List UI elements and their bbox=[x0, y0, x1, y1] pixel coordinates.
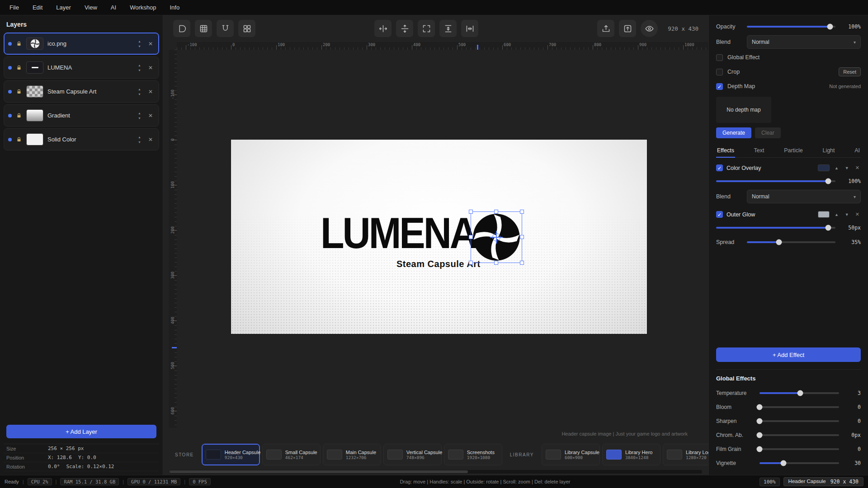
film-grain-slider[interactable] bbox=[760, 448, 839, 450]
bloom-slider[interactable] bbox=[760, 406, 839, 408]
layer-move-up-icon[interactable]: ▲ bbox=[137, 87, 142, 91]
template-library-hero[interactable]: Library Hero 3840×1248 bbox=[602, 444, 660, 465]
tab-particle[interactable]: Particle bbox=[783, 145, 804, 157]
sharpen-slider[interactable] bbox=[760, 420, 839, 422]
effect-amount-slider[interactable] bbox=[716, 227, 835, 229]
layer-move-down-icon[interactable]: ▼ bbox=[137, 116, 142, 120]
resize-handle-w[interactable] bbox=[469, 235, 473, 239]
layer-delete-icon[interactable]: ✕ bbox=[146, 112, 155, 120]
menu-edit[interactable]: Edit bbox=[26, 0, 49, 15]
mask-tool-icon[interactable] bbox=[173, 20, 190, 37]
layer-visibility-dot[interactable] bbox=[8, 42, 12, 46]
resize-handle-s[interactable] bbox=[494, 261, 498, 265]
layer-move-up-icon[interactable]: ▲ bbox=[137, 63, 142, 67]
template-vertical-capsule[interactable]: Vertical Capsule 748×896 bbox=[383, 444, 442, 465]
scrollbar-thumb[interactable] bbox=[170, 470, 468, 473]
resize-handle-sw[interactable] bbox=[469, 261, 473, 265]
layer-lock-toggle[interactable] bbox=[16, 41, 22, 47]
menu-ai[interactable]: AI bbox=[104, 0, 123, 15]
spread-slider[interactable] bbox=[747, 241, 835, 243]
upload-icon[interactable] bbox=[619, 20, 636, 37]
template-header-capsule[interactable]: Header Capsule 920×430 bbox=[202, 444, 260, 465]
menu-workshop[interactable]: Workshop bbox=[123, 0, 163, 15]
layer-lock-toggle[interactable] bbox=[16, 137, 22, 142]
temperature-slider[interactable] bbox=[760, 392, 839, 394]
move-effect-down-icon[interactable]: ▼ bbox=[844, 165, 850, 171]
resize-handle-ne[interactable] bbox=[520, 210, 524, 214]
move-effect-up-icon[interactable]: ▲ bbox=[833, 165, 840, 171]
layer-move-up-icon[interactable]: ▲ bbox=[137, 111, 142, 115]
artwork-canvas[interactable]: LUMENA Steam Capsule Art bbox=[231, 140, 647, 334]
canvas-subtitle-text[interactable]: Steam Capsule Art bbox=[396, 259, 481, 269]
snap-magnet-icon[interactable] bbox=[217, 20, 234, 37]
align-vertical-center-icon[interactable] bbox=[396, 20, 413, 37]
menu-file[interactable]: File bbox=[3, 0, 26, 15]
remove-effect-icon[interactable]: ✕ bbox=[854, 211, 861, 218]
resize-handle-se[interactable] bbox=[520, 261, 524, 265]
layer-move-down-icon[interactable]: ▼ bbox=[137, 140, 142, 144]
color-swatch[interactable] bbox=[818, 164, 830, 171]
zoom-level[interactable]: 100% bbox=[760, 478, 780, 486]
layer-move-down-icon[interactable]: ▼ bbox=[137, 68, 142, 72]
visibility-eye-icon[interactable] bbox=[641, 20, 658, 37]
template-library-logo[interactable]: Library Logo 1280×720 bbox=[663, 444, 708, 465]
crop-checkbox[interactable] bbox=[716, 69, 723, 75]
template-small-capsule[interactable]: Small Capsule 462×174 bbox=[262, 444, 321, 465]
distribute-horizontal-icon[interactable] bbox=[461, 20, 478, 37]
effect-enabled-checkbox[interactable] bbox=[716, 211, 723, 218]
template-screenshots[interactable]: Screenshots 868×488 bbox=[444, 444, 502, 465]
resize-handle-n[interactable] bbox=[494, 210, 498, 214]
layer-delete-icon[interactable]: ✕ bbox=[146, 88, 155, 96]
canvas-title-text[interactable]: LUMENA bbox=[321, 211, 476, 254]
layer-row-gradient[interactable]: Gradient ▲ ▼ ✕ bbox=[4, 104, 159, 127]
vertical-ruler[interactable]: -1000100200300400500600 bbox=[169, 50, 177, 428]
menu-info[interactable]: Info bbox=[163, 0, 186, 15]
effect-enabled-checkbox[interactable] bbox=[716, 164, 723, 171]
template-library-capsule[interactable]: Library Capsule 600×900 bbox=[542, 444, 600, 465]
layer-row-lumena[interactable]: LUMENA ▲ ▼ ✕ bbox=[4, 56, 159, 79]
chrom-ab-slider[interactable] bbox=[760, 434, 839, 436]
layer-visibility-dot[interactable] bbox=[8, 66, 12, 70]
menu-layer[interactable]: Layer bbox=[49, 0, 78, 15]
horizontal-scrollbar[interactable] bbox=[170, 470, 702, 474]
generate-depth-button[interactable]: Generate bbox=[716, 127, 751, 138]
tab-light[interactable]: Light bbox=[821, 145, 835, 157]
template-main-capsule[interactable]: Main Capsule 1232×706 bbox=[323, 444, 381, 465]
layer-visibility-dot[interactable] bbox=[8, 90, 12, 94]
grid-icon[interactable] bbox=[195, 20, 212, 37]
tab-effects[interactable]: Effects bbox=[716, 145, 735, 157]
layer-lock-toggle[interactable] bbox=[16, 89, 22, 94]
global-effect-checkbox[interactable] bbox=[716, 54, 723, 61]
remove-effect-icon[interactable]: ✕ bbox=[854, 164, 861, 172]
effect-blend-dropdown[interactable]: Normal ▾ bbox=[747, 190, 861, 203]
layer-delete-icon[interactable]: ✕ bbox=[146, 64, 155, 72]
layer-delete-icon[interactable]: ✕ bbox=[146, 40, 155, 48]
clear-depth-button[interactable]: Clear bbox=[755, 127, 781, 138]
depth-map-checkbox[interactable] bbox=[716, 83, 723, 90]
selection-box[interactable] bbox=[471, 211, 522, 263]
layer-lock-toggle[interactable] bbox=[16, 113, 22, 118]
layer-lock-toggle[interactable] bbox=[16, 65, 22, 70]
export-icon[interactable] bbox=[597, 20, 614, 37]
vignette-slider[interactable] bbox=[760, 462, 839, 464]
layer-move-up-icon[interactable]: ▲ bbox=[137, 135, 142, 139]
layer-row-steam-capsule-art[interactable]: Steam Capsule Art ▲ ▼ ✕ bbox=[4, 80, 159, 103]
add-layer-button[interactable]: + Add Layer bbox=[6, 425, 156, 438]
layer-delete-icon[interactable]: ✕ bbox=[146, 136, 155, 144]
move-effect-up-icon[interactable]: ▲ bbox=[833, 211, 840, 218]
menu-view[interactable]: View bbox=[78, 0, 104, 15]
add-effect-button[interactable]: + Add Effect bbox=[716, 347, 861, 362]
tile-grid-icon[interactable] bbox=[238, 20, 255, 37]
layer-visibility-dot[interactable] bbox=[8, 114, 12, 117]
tab-text[interactable]: Text bbox=[753, 145, 765, 157]
layer-row-ico-png[interactable]: ico.png ▲ ▼ ✕ bbox=[4, 33, 159, 55]
layer-move-down-icon[interactable]: ▼ bbox=[137, 92, 142, 96]
color-swatch[interactable] bbox=[818, 211, 830, 218]
blend-dropdown[interactable]: Normal ▾ bbox=[747, 35, 861, 49]
horizontal-ruler[interactable]: -10001002003004005006007008009001000 bbox=[177, 42, 708, 50]
selection-center-icon[interactable] bbox=[492, 233, 500, 241]
align-horizontal-center-icon[interactable] bbox=[374, 20, 392, 37]
resize-handle-e[interactable] bbox=[520, 235, 524, 239]
layer-move-up-icon[interactable]: ▲ bbox=[137, 39, 142, 43]
opacity-slider[interactable] bbox=[747, 26, 835, 28]
